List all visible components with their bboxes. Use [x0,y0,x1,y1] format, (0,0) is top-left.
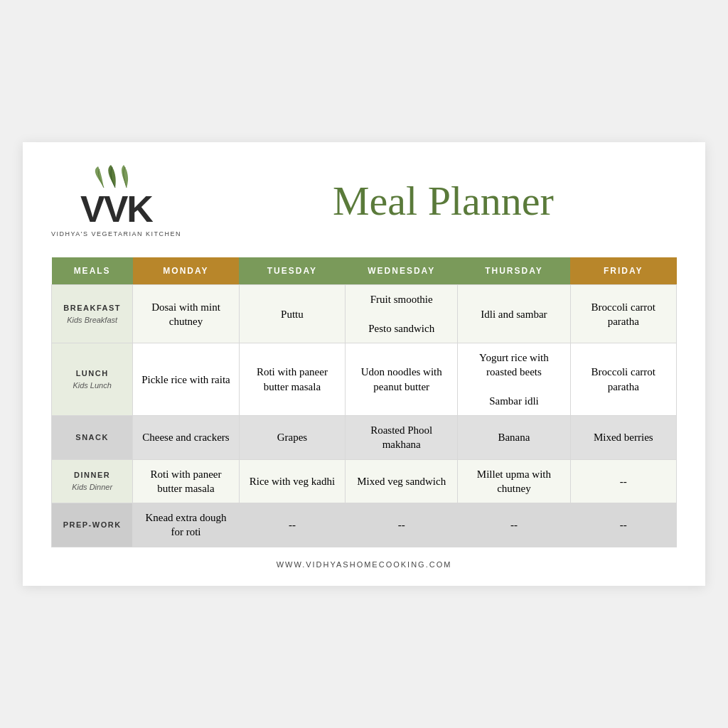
col-header-monday: MONDAY [133,257,239,285]
col-header-thursday: THURSDAY [458,257,570,285]
meal-label-main: LUNCH [58,368,127,379]
cell-wednesday: -- [346,503,458,547]
table-row: LUNCHKids LunchPickle rice with raitaRot… [52,343,677,416]
meal-label-cell: Snack [52,416,133,460]
logo-leaves-svg [84,164,148,191]
footer: WWW.VIDHYASHOMECOOKING.COM [51,560,677,569]
logo-subtitle: VIDHYA'S VEGETARIAN KITCHEN [51,230,181,237]
table-row: BREAKFASTKids BreakfastDosai with mint c… [52,285,677,343]
cell-tuesday: Rice with veg kadhi [239,459,345,503]
cell-thursday: Yogurt rice with roasted beetsSambar idl… [458,343,570,416]
meal-label-cell: Prep-work [52,503,133,547]
col-header-wednesday: WEDNESDAY [346,257,458,285]
col-header-tuesday: TUESDAY [239,257,345,285]
cell-thursday: Banana [458,416,570,460]
cell-monday: Dosai with mint chutney [133,285,239,343]
meal-label-sub: Kids Breakfast [58,315,127,326]
col-header-meals: MEALS [52,257,133,285]
cell-friday: Broccoli carrot paratha [570,285,676,343]
cell-tuesday: -- [239,503,345,547]
cell-monday: Knead extra dough for roti [133,503,239,547]
logo-area: VVK VIDHYA'S VEGETARIAN KITCHEN [51,164,181,237]
meal-label-cell: BREAKFASTKids Breakfast [52,285,133,343]
table-header-row: MEALS MONDAY TUESDAY WEDNESDAY THURSDAY … [52,257,677,285]
logo-letters: VVK [80,191,152,228]
cell-monday: Roti with paneer butter masala [133,459,239,503]
col-header-friday: FRIDAY [570,257,676,285]
cell-friday: -- [570,503,676,547]
header: VVK VIDHYA'S VEGETARIAN KITCHEN Meal Pla… [51,164,677,237]
meal-table: MEALS MONDAY TUESDAY WEDNESDAY THURSDAY … [51,257,677,547]
table-row: Prep-workKnead extra dough for roti-----… [52,503,677,547]
cell-friday: -- [570,459,676,503]
cell-friday: Broccoli carrot paratha [570,343,676,416]
table-row: DINNERKids DinnerRoti with paneer butter… [52,459,677,503]
cell-tuesday: Roti with paneer butter masala [239,343,345,416]
cell-monday: Pickle rice with raita [133,343,239,416]
cell-wednesday: Udon noodles with peanut butter [346,343,458,416]
meal-label-main: Snack [58,432,127,443]
cell-wednesday: Roasted Phool makhana [346,416,458,460]
meal-label-sub: Kids Dinner [58,482,127,493]
meal-label-main: DINNER [58,470,127,481]
cell-tuesday: Grapes [239,416,345,460]
meal-label-main: BREAKFAST [58,303,127,314]
footer-url: WWW.VIDHYASHOMECOOKING.COM [277,560,452,569]
cell-wednesday: Fruit smoothiePesto sandwich [346,285,458,343]
cell-tuesday: Puttu [239,285,345,343]
cell-thursday: -- [458,503,570,547]
page-title: Meal Planner [210,177,677,225]
meal-label-cell: DINNERKids Dinner [52,459,133,503]
meal-label-cell: LUNCHKids Lunch [52,343,133,416]
cell-thursday: Millet upma with chutney [458,459,570,503]
cell-friday: Mixed berries [570,416,676,460]
cell-monday: Cheese and crackers [133,416,239,460]
table-row: SnackCheese and crackersGrapesRoasted Ph… [52,416,677,460]
cell-wednesday: Mixed veg sandwich [346,459,458,503]
meal-label-sub: Kids Lunch [58,380,127,391]
meal-label-main: Prep-work [58,520,127,530]
cell-thursday: Idli and sambar [458,285,570,343]
card: VVK VIDHYA'S VEGETARIAN KITCHEN Meal Pla… [23,142,705,585]
